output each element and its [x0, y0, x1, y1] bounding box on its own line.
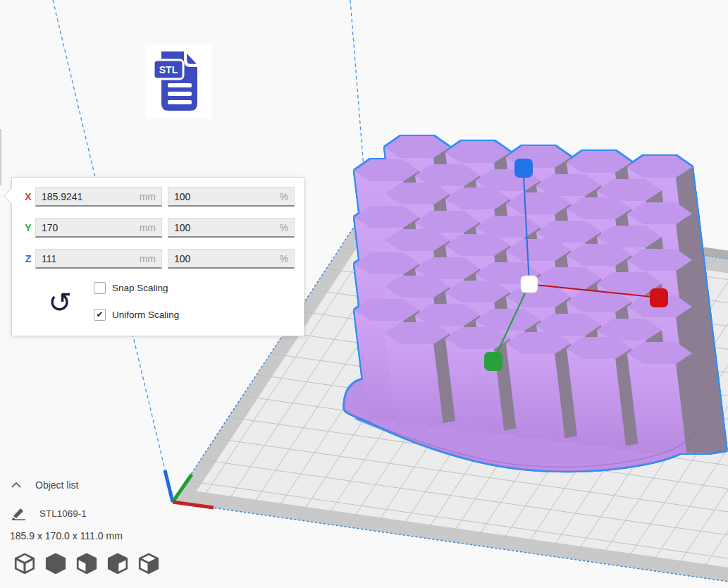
scale-x-percent-input[interactable]: 100 % [168, 187, 295, 207]
build-volume-left-edge [0, 129, 1, 185]
scale-x-mm-unit: mm [140, 191, 156, 202]
chevron-up-icon [10, 481, 23, 489]
view-right-button[interactable] [135, 553, 161, 577]
view-left-button[interactable] [104, 553, 130, 577]
uniform-scaling-checkbox[interactable]: ✔ [94, 309, 106, 321]
object-list-header[interactable]: Object list [10, 479, 78, 491]
pencil-icon [11, 506, 27, 520]
scale-x-mm-value: 185.9241 [42, 191, 82, 202]
reset-icon: ↺ [48, 286, 72, 319]
slicer-app-window: { "scale_panel": { "rows": [ { "axis": "… [0, 0, 728, 588]
scale-handle-y[interactable] [484, 352, 502, 371]
object-item-name: STL1069-1 [39, 508, 87, 519]
scale-y-mm-unit: mm [140, 222, 156, 233]
object-list-item[interactable]: STL1069-1 [11, 506, 87, 520]
cube-3d-icon [13, 553, 37, 575]
cube-left-face-icon [75, 553, 99, 575]
view-3d-button[interactable] [11, 553, 37, 577]
scale-row-y: Y 170 mm 100 % [12, 218, 304, 238]
scale-z-mm-unit: mm [140, 253, 156, 264]
scale-y-percent-value: 100 [174, 222, 190, 233]
scale-row-x: X 185.9241 mm 100 % [12, 187, 304, 207]
scale-z-percent-input[interactable]: 100 % [168, 249, 295, 269]
scale-x-mm-input[interactable]: 185.9241 mm [35, 187, 162, 207]
move-handle-center[interactable] [521, 276, 538, 293]
view-top-button[interactable] [73, 553, 99, 577]
scale-y-percent-unit: % [280, 222, 288, 233]
cube-right-face-icon [106, 553, 130, 575]
uniform-scaling-row: ✔ Uniform Scaling [94, 307, 179, 321]
object-list-title: Object list [35, 479, 78, 491]
snap-scaling-row: Snap Scaling [94, 281, 168, 295]
scale-z-mm-input[interactable]: 111 mm [35, 249, 162, 269]
stl-badge-text: STL [159, 64, 178, 75]
scale-z-percent-unit: % [280, 253, 288, 264]
axis-label-z: Z [21, 249, 35, 269]
camera-view-toolbar [11, 553, 161, 577]
object-dimensions: 185.9 x 170.0 x 111.0 mm [10, 530, 123, 541]
uniform-scaling-label: Uniform Scaling [112, 310, 179, 320]
scale-z-mm-value: 111 [42, 253, 56, 264]
scale-y-mm-value: 170 [42, 222, 58, 233]
scale-handle-x[interactable] [650, 288, 668, 307]
cube-solid-icon [44, 553, 68, 575]
stl-document-icon: STL [152, 49, 206, 115]
scale-y-percent-input[interactable]: 100 % [168, 218, 295, 238]
uniform-scaling-checkmark: ✔ [96, 310, 103, 319]
scale-x-percent-unit: % [280, 191, 288, 202]
axis-label-x: X [21, 187, 35, 207]
scale-y-mm-input[interactable]: 170 mm [35, 218, 162, 238]
model-stl1069-1[interactable] [345, 136, 727, 471]
view-front-button[interactable] [42, 553, 68, 577]
axis-label-y: Y [21, 218, 35, 238]
scale-handle-z[interactable] [514, 159, 533, 178]
scale-tool-panel: X 185.9241 mm 100 % Y 170 mm 100 % Z 111… [11, 177, 304, 336]
stl-file-thumbnail: STL [145, 44, 212, 119]
cube-top-face-icon [137, 553, 161, 575]
scale-z-percent-value: 100 [174, 253, 190, 264]
snap-scaling-checkbox[interactable] [94, 282, 106, 294]
snap-scaling-label: Snap Scaling [112, 283, 168, 293]
scale-row-z: Z 111 mm 100 % [12, 249, 304, 269]
reset-scale-button[interactable]: ↺ [44, 286, 75, 319]
scale-x-percent-value: 100 [174, 191, 190, 202]
